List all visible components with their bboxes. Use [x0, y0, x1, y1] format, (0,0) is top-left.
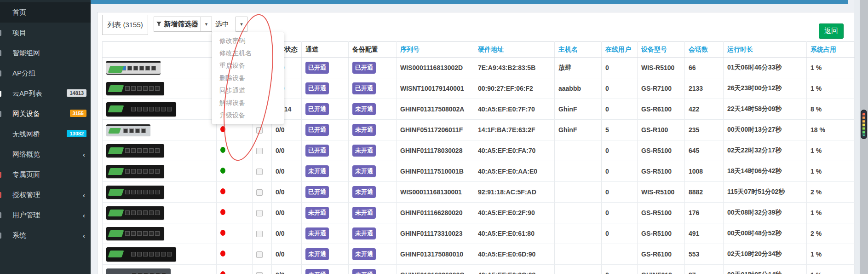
online-users-cell: 0 [602, 203, 638, 223]
column-header-13[interactable]: 系统占用 [807, 42, 855, 58]
row-checkbox[interactable] [256, 251, 263, 258]
column-header-8[interactable]: 主机名 [555, 42, 602, 58]
backup-cell: 已开通 [349, 58, 397, 78]
device-port [167, 252, 172, 257]
device-image-cell [103, 161, 217, 182]
sessions-cell: 97 [685, 265, 724, 274]
filter-split-button: 新增筛选器 ▾ [154, 17, 212, 32]
column-header-10[interactable]: 设备型号 [638, 42, 685, 58]
menu-item-1[interactable]: 修改主机名 [212, 47, 284, 59]
device-port [167, 107, 172, 111]
device-port [161, 252, 166, 257]
channel-cell: 未开通 [302, 265, 349, 274]
column-header-6[interactable]: 序列号 [397, 42, 474, 58]
serial-cell: WISNT100179140001 [397, 78, 474, 99]
column-header-7[interactable]: 硬件地址 [474, 42, 555, 58]
device-port [137, 148, 142, 153]
sidebar-item-10[interactable]: 用户管理‹ [0, 205, 91, 225]
menu-item-5[interactable]: 解绑设备 [212, 97, 284, 109]
selected-button[interactable]: 选中 [215, 17, 235, 32]
device-brand-label [108, 230, 124, 237]
ap-status-cell: 0/0 [272, 161, 302, 182]
sidebar-item-1[interactable]: 项目 [0, 23, 91, 43]
row-checkbox[interactable] [256, 231, 263, 237]
tab-list-count[interactable]: 列表 (3155) [102, 15, 148, 35]
scrollbar-thumb[interactable] [861, 110, 867, 139]
hardware-address-cell: 7E:A9:43:B2:83:5B [474, 58, 555, 78]
device-port [137, 190, 142, 194]
sidebar-item-11[interactable]: 系统‹ [0, 225, 91, 245]
sidebar-item-5[interactable]: 网关设备3155 [0, 104, 91, 124]
column-header-9[interactable]: 在线用户 [602, 42, 638, 58]
row-checkbox[interactable] [256, 272, 263, 274]
device-port [145, 66, 150, 70]
device-port [143, 252, 148, 257]
backup-status-badge: 未开通 [352, 145, 376, 157]
filter-caret-button[interactable]: ▾ [201, 17, 212, 32]
hardware-address-cell: 92:91:18:AC:5F:AD [474, 182, 555, 203]
row-checkbox[interactable] [256, 148, 263, 154]
model-cell: GS-R6100 [638, 99, 685, 120]
add-filter-button[interactable]: 新增筛选器 [154, 17, 201, 32]
model-cell: GS-R6100 [638, 244, 685, 265]
device-port [143, 86, 148, 91]
menu-item-3[interactable]: 删除设备 [212, 72, 284, 84]
sidebar-item-7[interactable]: 网络概览‹ [0, 144, 91, 164]
serial-cell: GHINF01317508002A [397, 99, 474, 120]
menu-item-2[interactable]: 重启设备 [212, 59, 284, 72]
backup-cell: 未开通 [349, 203, 397, 223]
device-port [155, 107, 160, 111]
page-scrollbar[interactable] [860, 0, 868, 274]
cpu-usage-cell: 1 % [807, 265, 855, 274]
status-cell [217, 265, 253, 274]
status-cell [217, 223, 253, 244]
sidebar-item-2[interactable]: 智能组网 [0, 43, 91, 63]
status-dot-red [220, 251, 225, 257]
sidebar-item-0[interactable]: 首页 [0, 2, 91, 23]
device-port [131, 252, 136, 257]
uptime-cell: 00天08时32分39秒 [724, 203, 807, 223]
online-users-cell: 0 [602, 223, 638, 244]
row-checkbox[interactable] [256, 169, 263, 175]
sidebar-item-6[interactable]: 无线网桥13082 [0, 124, 91, 144]
menu-item-6[interactable]: 升级设备 [212, 109, 284, 122]
serial-cell: GHINF05117206011F [397, 120, 474, 140]
uptime-cell: 22天14时58分09秒 [724, 99, 807, 120]
sidebar-item-9[interactable]: 授权管理‹ [0, 185, 91, 205]
device-port [155, 252, 160, 257]
row-checkbox[interactable] [256, 210, 263, 216]
chevron-left-icon: ‹ [83, 232, 85, 239]
device-port [143, 210, 148, 215]
sidebar-item-icon [0, 30, 1, 36]
backup-cell: 已开通 [349, 78, 397, 99]
hostname-cell [555, 265, 602, 274]
device-brand-label [108, 66, 124, 73]
back-button[interactable]: 返回 [819, 23, 844, 39]
row-checkbox[interactable] [256, 127, 263, 134]
checkbox-cell [253, 223, 272, 244]
status-cell [217, 203, 253, 223]
sidebar-item-4[interactable]: 云AP列表14813 [0, 83, 91, 104]
column-header-12[interactable]: 运行时长 [724, 42, 807, 58]
sidebar-item-icon [0, 91, 1, 97]
row-checkbox[interactable] [256, 189, 263, 196]
table-row: 0/0未开通未开通GHINF01316926000C40:A5:EF:E0:2C… [103, 265, 855, 274]
sidebar-item-3[interactable]: AP分组 [0, 63, 91, 83]
menu-item-4[interactable]: 同步通道 [212, 84, 284, 97]
sidebar-item-icon [0, 192, 1, 198]
hardware-address-cell: 40:A5:EF:E0:AA:E0 [474, 161, 555, 182]
menu-item-0[interactable]: 修改密码 [212, 35, 284, 47]
device-port [143, 107, 148, 111]
ap-status-cell: 0/0 [272, 140, 302, 161]
device-image-cell [103, 58, 217, 78]
column-header-11[interactable]: 会话数 [685, 42, 724, 58]
chevron-down-icon: ▾ [240, 21, 243, 27]
backup-cell: 未开通 [349, 140, 397, 161]
selected-caret-button[interactable]: ▾ [236, 17, 247, 32]
sidebar-item-8[interactable]: 专属页面 [0, 164, 91, 185]
device-image-cell [103, 99, 217, 120]
device-image [106, 82, 164, 95]
device-port [149, 190, 154, 194]
device-port [161, 107, 166, 111]
table-row: 0/0未开通未开通GHINF01117510001B40:A5:EF:E0:AA… [103, 161, 855, 182]
